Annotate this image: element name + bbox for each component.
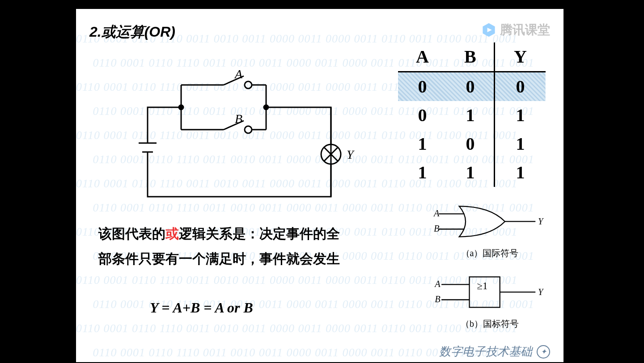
gate-symbols: A B Y （a）国际符号 ≥1 A B Y （b）国标符号 [434,201,546,342]
truth-table: A B Y 0 0 0 0 1 1 1 0 1 1 1 1 [398,42,546,187]
col-B: B [447,42,494,72]
circuit-diagram: A B Y [134,67,349,201]
watermark-text: 腾讯课堂 [500,21,550,38]
or-gate-international: A B Y [434,201,546,242]
svg-text:A: A [433,208,440,218]
play-cube-icon [481,22,496,38]
description-text: 该图代表的或逻辑关系是：决定事件的全 部条件只要有一个满足时，事件就会发生 [98,221,411,271]
col-A: A [398,42,447,72]
switch-A-label: A [234,67,243,81]
svg-point-12 [179,105,183,110]
svg-point-13 [264,105,268,110]
svg-text:Y: Y [538,287,544,297]
table-row: 0 0 0 [398,72,546,101]
svg-text:A: A [434,279,441,289]
footer-text: 数字电子技术基础 [439,344,532,359]
formula: Y = A+B = A or B [150,300,253,316]
gate-a-caption: （a）国际符号 [434,247,546,259]
gate-b-caption: （b）国标符号 [434,318,546,330]
section-title: 2.或运算(OR) [89,22,175,42]
table-row: 1 0 1 [398,130,546,158]
table-row: 1 1 1 [398,158,546,187]
svg-text:Y: Y [538,216,544,226]
svg-text:≥1: ≥1 [477,280,488,291]
watermark: 腾讯课堂 [481,21,550,38]
footer-logo-icon: ✦ [537,345,550,359]
or-gate-gb: ≥1 A B Y [434,272,546,312]
svg-point-10 [245,126,252,133]
footer: 数字电子技术基础 ✦ [439,344,550,359]
svg-text:B: B [434,224,440,233]
switch-B-label: B [235,112,242,126]
slide: 0110 0001 0110 1110 0011 0010 0011 0000 … [76,9,564,362]
highlight-word: 或 [165,226,179,241]
svg-text:B: B [435,294,441,304]
col-Y: Y [494,42,546,72]
svg-point-6 [245,81,252,89]
table-row: 0 1 1 [398,101,546,130]
